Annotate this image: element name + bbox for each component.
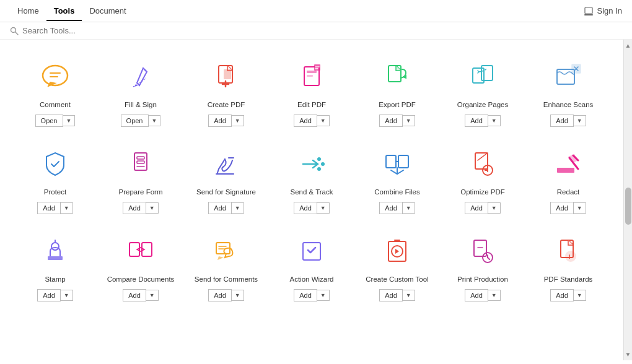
search-bar — [0, 22, 632, 40]
comment-open-btn[interactable]: Open — [35, 115, 63, 127]
comment-label: Comment — [40, 100, 71, 110]
tool-print-prod: Print Production Add ▼ — [440, 227, 525, 308]
redact-add-arrow[interactable]: ▼ — [574, 202, 586, 214]
svg-point-4 — [43, 66, 68, 85]
svg-rect-26 — [137, 161, 144, 163]
tool-protect: Protect Add ▼ — [12, 139, 98, 220]
action-wizard-add-arrow[interactable]: ▼ — [317, 290, 330, 301]
tool-comment: Comment Open ▼ — [12, 52, 98, 133]
svg-line-59 — [488, 258, 489, 259]
svg-line-29 — [217, 169, 219, 173]
optimize-pdf-label: Optimize PDF — [460, 188, 505, 197]
create-custom-add-arrow[interactable]: ▼ — [403, 290, 415, 301]
tool-redact: Redact Add ▼ — [525, 139, 611, 220]
create-custom-add-btn[interactable]: Add — [379, 289, 403, 301]
organize-pages-add-arrow[interactable]: ▼ — [488, 115, 501, 126]
prepare-form-icon — [122, 145, 159, 183]
enhance-scans-icon — [550, 58, 587, 95]
edit-pdf-add-arrow[interactable]: ▼ — [317, 115, 330, 126]
svg-rect-24 — [134, 153, 147, 170]
export-pdf-icon — [379, 58, 416, 95]
protect-icon — [37, 145, 74, 183]
svg-rect-39 — [475, 153, 488, 169]
protect-add-btn[interactable]: Add — [37, 202, 61, 214]
search-input[interactable] — [22, 26, 146, 35]
action-wizard-icon — [293, 233, 330, 270]
prepare-form-add-arrow[interactable]: ▼ — [146, 202, 159, 214]
svg-rect-8 — [224, 69, 231, 79]
compare-docs-add-btn[interactable]: Add — [123, 289, 146, 301]
send-signature-icon — [208, 145, 245, 183]
pdf-standards-add-btn[interactable]: Add — [550, 289, 574, 301]
svg-rect-36 — [386, 155, 396, 168]
scroll-down-arrow[interactable]: ▼ — [624, 350, 632, 359]
tool-send-comments: Send for Comments Add ▼ — [183, 227, 269, 308]
nav-home[interactable]: Home — [10, 1, 46, 20]
send-comments-add-btn[interactable]: Add — [208, 289, 232, 301]
enhance-scans-label: Enhance Scans — [543, 100, 594, 110]
stamp-add-arrow[interactable]: ▼ — [61, 290, 73, 301]
combine-files-icon — [379, 145, 416, 183]
nav-tools[interactable]: Tools — [46, 1, 82, 20]
create-custom-icon — [379, 233, 416, 270]
optimize-pdf-add-btn[interactable]: Add — [465, 202, 488, 214]
organize-pages-icon — [464, 58, 501, 95]
fill-sign-icon — [122, 58, 159, 95]
prepare-form-label: Prepare Form — [119, 188, 163, 197]
fill-sign-open-arrow[interactable]: ▼ — [149, 115, 161, 126]
tool-combine-files: Combine Files Add ▼ — [354, 139, 440, 220]
send-comments-add-arrow[interactable]: ▼ — [232, 290, 244, 301]
organize-pages-add-btn[interactable]: Add — [465, 115, 488, 127]
combine-files-add-btn[interactable]: Add — [379, 202, 403, 214]
export-pdf-add-btn[interactable]: Add — [379, 115, 403, 127]
scroll-up-arrow[interactable]: ▲ — [624, 41, 632, 50]
send-signature-add-btn[interactable]: Add — [208, 202, 232, 214]
pdf-standards-add-arrow[interactable]: ▼ — [574, 290, 586, 301]
create-pdf-label: Create PDF — [208, 100, 245, 110]
optimize-pdf-add-arrow[interactable]: ▼ — [488, 202, 501, 214]
action-wizard-add-btn[interactable]: Add — [294, 289, 317, 301]
fill-sign-open-btn[interactable]: Open — [121, 115, 149, 127]
svg-rect-0 — [585, 7, 592, 14]
prepare-form-add-btn[interactable]: Add — [123, 202, 146, 214]
create-pdf-add-btn[interactable]: Add — [208, 115, 232, 127]
tool-send-signature: Send for Signature Add ▼ — [183, 139, 269, 220]
svg-rect-12 — [307, 71, 317, 73]
compare-docs-add-arrow[interactable]: ▼ — [146, 290, 159, 301]
stamp-add-btn[interactable]: Add — [37, 289, 61, 301]
svg-rect-43 — [557, 168, 574, 173]
send-track-add-arrow[interactable]: ▼ — [317, 202, 330, 214]
tool-prepare-form: Prepare Form Add ▼ — [98, 139, 183, 220]
svg-rect-44 — [48, 256, 63, 260]
svg-line-3 — [15, 32, 19, 35]
action-wizard-label: Action Wizard — [290, 275, 334, 284]
create-pdf-add-arrow[interactable]: ▼ — [232, 115, 244, 126]
nav-document[interactable]: Document — [82, 1, 133, 20]
print-prod-add-arrow[interactable]: ▼ — [488, 290, 501, 301]
tool-compare-docs: Compare Documents Add ▼ — [98, 227, 183, 308]
enhance-scans-add-btn[interactable]: Add — [550, 115, 574, 127]
send-signature-add-arrow[interactable]: ▼ — [232, 202, 244, 214]
print-prod-add-btn[interactable]: Add — [465, 289, 488, 301]
combine-files-add-arrow[interactable]: ▼ — [403, 202, 415, 214]
redact-label: Redact — [557, 188, 579, 197]
scrollbar[interactable]: ▲ ▼ — [623, 40, 632, 360]
tool-create-pdf: Create PDF Add ▼ — [183, 52, 269, 133]
comment-open-arrow[interactable]: ▼ — [63, 115, 76, 126]
edit-pdf-add-btn[interactable]: Add — [294, 115, 317, 127]
pdf-standards-label: PDF Standards — [544, 275, 593, 284]
send-comments-label: Send for Comments — [195, 275, 258, 284]
send-track-add-btn[interactable]: Add — [294, 202, 317, 214]
svg-point-45 — [51, 243, 59, 250]
sign-in-button[interactable]: Sign In — [584, 6, 622, 16]
compare-docs-icon — [122, 233, 159, 270]
export-pdf-add-arrow[interactable]: ▼ — [403, 115, 415, 126]
protect-add-arrow[interactable]: ▼ — [61, 202, 73, 214]
optimize-pdf-icon — [464, 145, 501, 183]
tools-grid: Comment Open ▼ Fill & Sign — [12, 52, 611, 308]
enhance-scans-add-arrow[interactable]: ▼ — [574, 115, 586, 126]
tool-pdf-standards: i PDF Standards Add ▼ — [525, 227, 611, 308]
send-track-icon — [293, 145, 330, 183]
redact-add-btn[interactable]: Add — [550, 202, 574, 214]
scrollbar-thumb[interactable] — [625, 188, 631, 225]
